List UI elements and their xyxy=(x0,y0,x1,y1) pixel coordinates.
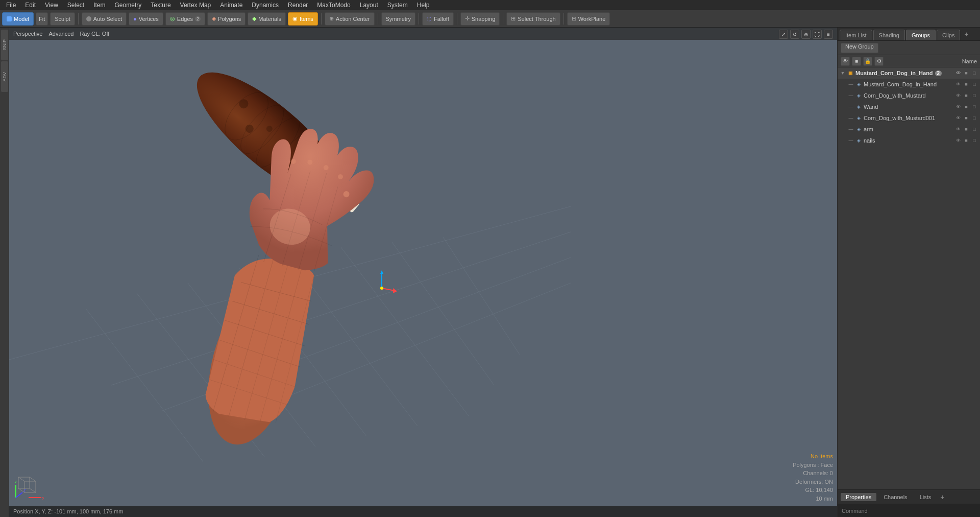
menu-file[interactable]: File xyxy=(2,1,20,10)
snapping-button[interactable]: ✛ Snapping xyxy=(460,12,500,26)
vp-zoom-button[interactable]: ⊕ xyxy=(801,30,811,39)
menu-system[interactable]: System xyxy=(383,1,412,10)
tree-item-nails[interactable]: — ◈ nails 👁 ■ □ xyxy=(838,135,980,146)
tree-item-corn-dog-mustard001[interactable]: — ◈ Corn_Dog_with_Mustard001 👁 ■ □ xyxy=(838,112,980,124)
channels-tab[interactable]: Channels xyxy=(878,493,912,501)
root-vis-lock[interactable]: □ xyxy=(971,69,978,77)
mode-fit-button[interactable]: Fit xyxy=(36,12,48,26)
polygons-button[interactable]: ◈ Polygons xyxy=(207,12,246,26)
item5-vis-eye[interactable]: 👁 xyxy=(954,126,962,133)
item5-vis-render[interactable]: ■ xyxy=(963,126,970,133)
item5-name: arm xyxy=(864,126,873,132)
vp-expand-button[interactable]: ⛶ xyxy=(813,30,822,39)
mode-model-button[interactable]: Model xyxy=(2,12,34,26)
tab-add-bottom[interactable]: + xyxy=(940,493,944,501)
viewport-raygl-label[interactable]: Ray GL: Off xyxy=(80,31,109,37)
tree-item-arm[interactable]: — ◈ arm 👁 ■ □ xyxy=(838,124,980,135)
lists-tab[interactable]: Lists xyxy=(915,493,937,501)
sidebar-tab-1[interactable]: SNIP xyxy=(1,30,8,60)
viewport[interactable]: Perspective Advanced Ray GL: Off ⤢ ↺ ⊕ ⛶… xyxy=(9,28,837,517)
menu-dynamics[interactable]: Dynamics xyxy=(248,1,283,10)
menubar: File Edit View Select Item Geometry Text… xyxy=(0,0,980,10)
mode-sculpt-button[interactable]: Sculpt xyxy=(50,12,75,26)
item3-toggle: — xyxy=(848,104,854,110)
tree-root-group[interactable]: ▼ ▣ Mustard_Corn_Dog_in_Hand 2 👁 ■ □ xyxy=(838,67,980,79)
workplane-button[interactable]: ⊟ WorkPlane xyxy=(567,12,610,26)
item1-vis-eye[interactable]: 👁 xyxy=(954,81,962,88)
item3-vis-render[interactable]: ■ xyxy=(963,103,970,110)
svg-point-35 xyxy=(380,287,383,290)
item6-vis-render[interactable]: ■ xyxy=(963,137,970,144)
item5-toggle: — xyxy=(848,126,854,132)
item1-vis-lock[interactable]: □ xyxy=(971,81,978,88)
menu-animate[interactable]: Animate xyxy=(216,1,247,10)
item3-vis-lock[interactable]: □ xyxy=(971,103,978,110)
item4-vis-lock[interactable]: □ xyxy=(971,114,978,122)
root-group-name: Mustard_Corn_Dog_in_Hand xyxy=(855,70,933,76)
action-center-button[interactable]: ⊕ Action Center xyxy=(325,12,375,26)
fit-label: Fit xyxy=(39,16,45,22)
item4-vis-render[interactable]: ■ xyxy=(963,114,970,122)
scene-tree[interactable]: ▼ ▣ Mustard_Corn_Dog_in_Hand 2 👁 ■ □ — ◈… xyxy=(838,67,980,489)
tab-clips[interactable]: Clips xyxy=(937,30,960,40)
menu-maxtomodo[interactable]: MaxToModo xyxy=(313,1,354,10)
lock-icon[interactable]: 🔒 xyxy=(863,57,872,66)
item4-vis-eye[interactable]: 👁 xyxy=(954,114,962,122)
command-input[interactable] xyxy=(872,508,976,514)
tab-shading[interactable]: Shading xyxy=(873,30,905,40)
symmetry-button[interactable]: Symmetry xyxy=(381,12,416,26)
vp-refresh-button[interactable]: ↺ xyxy=(790,30,799,39)
menu-view[interactable]: View xyxy=(41,1,62,10)
sidebar-tab-2[interactable]: ADV xyxy=(1,61,8,92)
menu-vertex-map[interactable]: Vertex Map xyxy=(176,1,215,10)
auto-select-button[interactable]: Auto Select xyxy=(82,12,127,26)
visibility-eye-icon[interactable]: 👁 xyxy=(841,57,850,66)
item2-vis-lock[interactable]: □ xyxy=(971,92,978,99)
root-vis-eye[interactable]: 👁 xyxy=(954,69,962,77)
edges-button[interactable]: ◎ Edges 2 xyxy=(165,12,205,26)
tab-add-button[interactable]: + xyxy=(961,28,971,40)
item2-vis-render[interactable]: ■ xyxy=(963,92,970,99)
menu-item[interactable]: Item xyxy=(89,1,109,10)
menu-texture[interactable]: Texture xyxy=(146,1,175,10)
item6-name: nails xyxy=(864,137,875,144)
menu-geometry[interactable]: Geometry xyxy=(111,1,146,10)
item5-mesh-icon: ◈ xyxy=(855,126,862,133)
left-sidebar: SNIP ADV xyxy=(0,28,9,517)
divider-1 xyxy=(78,13,79,25)
menu-render[interactable]: Render xyxy=(284,1,312,10)
new-group-button[interactable]: New Group xyxy=(841,43,878,53)
menu-layout[interactable]: Layout xyxy=(356,1,382,10)
materials-button[interactable]: ◆ Materials xyxy=(248,12,286,26)
item6-vis-eye[interactable]: 👁 xyxy=(954,137,962,144)
tree-item-corn-dog-mustard[interactable]: — ◈ Corn_Dog_with_Mustard 👁 ■ □ xyxy=(838,90,980,101)
properties-tab[interactable]: Properties xyxy=(841,493,876,501)
root-vis-render[interactable]: ■ xyxy=(963,69,970,77)
items-button[interactable]: ◉ Items xyxy=(288,12,318,26)
vp-menu-button[interactable]: ≡ xyxy=(824,30,833,39)
select-through-button[interactable]: ⊞ Select Through xyxy=(506,12,560,26)
tree-item-wand[interactable]: — ◈ Wand 👁 ■ □ xyxy=(838,101,980,112)
item5-vis-lock[interactable]: □ xyxy=(971,126,978,133)
viewport-advanced-label[interactable]: Advanced xyxy=(48,31,74,37)
sculpt-label: Sculpt xyxy=(55,16,70,22)
item1-vis-render[interactable]: ■ xyxy=(963,81,970,88)
item3-vis-eye[interactable]: 👁 xyxy=(954,103,962,110)
tree-item-mustard-corn-dog[interactable]: — ◈ Mustard_Corn_Dog_in_Hand 👁 ■ □ xyxy=(838,79,980,90)
tab-item-list[interactable]: Item List xyxy=(840,30,872,40)
vertices-button[interactable]: ● Vertices xyxy=(129,12,163,26)
item2-vis-eye[interactable]: 👁 xyxy=(954,92,962,99)
edges-label: Edges xyxy=(177,16,193,22)
settings-icon[interactable]: ⚙ xyxy=(874,57,884,66)
item4-toggle: — xyxy=(848,115,854,121)
menu-select[interactable]: Select xyxy=(63,1,88,10)
falloff-button[interactable]: ◌ Falloff xyxy=(422,12,454,26)
render-icon[interactable]: ■ xyxy=(852,57,861,66)
viewport-perspective-label[interactable]: Perspective xyxy=(13,31,42,37)
vp-fit-button[interactable]: ⤢ xyxy=(779,30,788,39)
vertices-label: Vertices xyxy=(139,16,159,22)
menu-edit[interactable]: Edit xyxy=(21,1,40,10)
tab-groups[interactable]: Groups xyxy=(906,30,936,40)
menu-help[interactable]: Help xyxy=(413,1,434,10)
item6-vis-lock[interactable]: □ xyxy=(971,137,978,144)
